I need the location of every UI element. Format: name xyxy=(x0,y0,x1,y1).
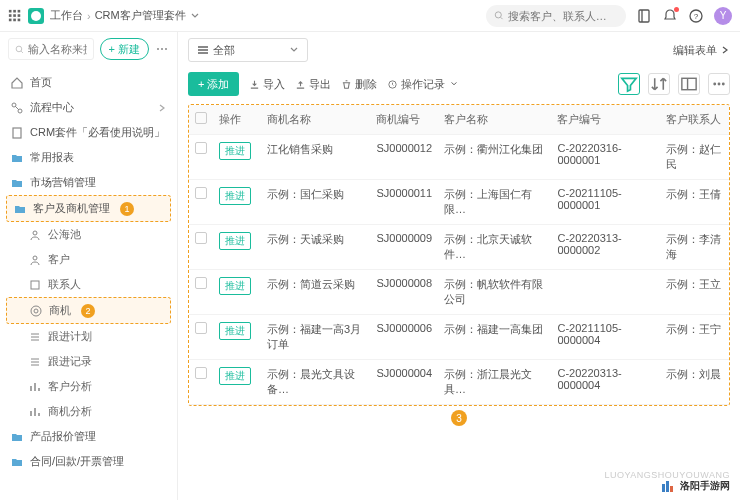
cell-cust-code xyxy=(551,270,659,315)
export-link[interactable]: 导出 xyxy=(295,77,331,92)
cell-opp-code: SJ0000006 xyxy=(370,315,438,360)
select-all-checkbox[interactable] xyxy=(195,112,207,124)
svg-rect-0 xyxy=(9,9,12,12)
cell-opp-code: SJ0000012 xyxy=(370,135,438,180)
cell-cust-name: 示例：福建一高集团 xyxy=(438,315,551,360)
filter-button[interactable] xyxy=(618,73,640,95)
row-checkbox[interactable] xyxy=(195,187,207,199)
nav-follow-plan[interactable]: 跟进计划 xyxy=(0,324,177,349)
advance-button[interactable]: 推进 xyxy=(219,277,251,295)
edit-form-link[interactable]: 编辑表单 xyxy=(673,43,730,58)
more-button[interactable] xyxy=(708,73,730,95)
advance-button[interactable]: 推进 xyxy=(219,232,251,250)
svg-point-15 xyxy=(157,48,159,50)
table-row[interactable]: 推进示例：福建一高3月订单SJ0000006示例：福建一高集团C-2021110… xyxy=(189,315,729,360)
row-checkbox[interactable] xyxy=(195,142,207,154)
svg-rect-27 xyxy=(198,49,208,51)
folder-icon xyxy=(13,202,27,216)
help-icon[interactable]: ? xyxy=(688,8,704,24)
import-link[interactable]: 导入 xyxy=(249,77,285,92)
add-button[interactable]: + 添加 xyxy=(188,72,239,96)
cell-cust-code: C-20211105-0000001 xyxy=(551,180,659,225)
table-row[interactable]: 推进示例：国仁采购SJ0000011示例：上海国仁有限…C-20211105-0… xyxy=(189,180,729,225)
global-search[interactable] xyxy=(486,5,626,27)
nav-crm-kit[interactable]: CRM套件「必看使用说明」 xyxy=(0,120,177,145)
advance-button[interactable]: 推进 xyxy=(219,322,251,340)
search-icon xyxy=(15,44,24,55)
trash-icon xyxy=(341,79,352,90)
svg-point-14 xyxy=(16,46,22,52)
svg-rect-20 xyxy=(13,128,21,138)
app-badge-icon xyxy=(28,8,44,24)
row-checkbox[interactable] xyxy=(195,322,207,334)
breadcrumb-suite[interactable]: CRM客户管理套件 xyxy=(95,8,186,23)
list-view-icon xyxy=(197,44,209,56)
svg-rect-2 xyxy=(18,9,21,12)
svg-point-22 xyxy=(33,256,37,260)
table-row[interactable]: 推进示例：天诚采购SJ0000009示例：北京天诚软件…C-20220313-0… xyxy=(189,225,729,270)
svg-text:?: ? xyxy=(694,12,699,21)
nav-flow[interactable]: 流程中心 xyxy=(0,95,177,120)
nav-opportunity[interactable]: 商机2 xyxy=(6,297,171,324)
nav-product-quote[interactable]: 产品报价管理 xyxy=(0,424,177,449)
nav-pool[interactable]: 公海池 xyxy=(0,222,177,247)
folder-icon xyxy=(10,176,24,190)
row-checkbox[interactable] xyxy=(195,232,207,244)
svg-rect-7 xyxy=(13,18,16,21)
advance-button[interactable]: 推进 xyxy=(219,367,251,385)
nav-follow-record[interactable]: 跟进记录 xyxy=(0,349,177,374)
nav-customer-analysis[interactable]: 客户分析 xyxy=(0,374,177,399)
svg-point-32 xyxy=(718,83,721,86)
advance-button[interactable]: 推进 xyxy=(219,187,251,205)
folder-icon xyxy=(10,430,24,444)
svg-rect-28 xyxy=(198,52,208,54)
sidebar-search[interactable] xyxy=(8,38,94,60)
global-search-input[interactable] xyxy=(508,10,618,22)
view-select[interactable]: 全部 xyxy=(188,38,308,62)
nav-contract[interactable]: 合同/回款/开票管理 xyxy=(0,449,177,474)
chevron-down-icon[interactable] xyxy=(190,11,200,21)
table-row[interactable]: 推进江化销售采购SJ0000012示例：衢州江化集团C-20220316-000… xyxy=(189,135,729,180)
bell-icon[interactable] xyxy=(662,8,678,24)
sort-button[interactable] xyxy=(648,73,670,95)
cell-opp-name: 示例：国仁采购 xyxy=(261,180,370,225)
nav-customer[interactable]: 客户 xyxy=(0,247,177,272)
book-icon[interactable] xyxy=(636,8,652,24)
cell-cust-code: C-20220313-0000002 xyxy=(551,225,659,270)
nav-opportunity-analysis[interactable]: 商机分析 xyxy=(0,399,177,424)
cell-cust-name: 示例：上海国仁有限… xyxy=(438,180,551,225)
chart-icon xyxy=(28,380,42,394)
row-checkbox[interactable] xyxy=(195,277,207,289)
table-row[interactable]: 推进示例：简道云采购SJ0000008示例：帆软软件有限公司示例：王立 xyxy=(189,270,729,315)
apps-icon[interactable] xyxy=(8,9,22,23)
svg-rect-30 xyxy=(682,78,696,89)
nav-marketing[interactable]: 市场营销管理 xyxy=(0,170,177,195)
row-checkbox[interactable] xyxy=(195,367,207,379)
more-icon[interactable] xyxy=(155,42,169,56)
history-icon xyxy=(387,79,398,90)
nav-home[interactable]: 首页 xyxy=(0,70,177,95)
svg-point-9 xyxy=(31,11,41,21)
cell-opp-name: 示例：简道云采购 xyxy=(261,270,370,315)
delete-link[interactable]: 删除 xyxy=(341,77,377,92)
watermark: 洛阳手游网 xyxy=(660,478,730,494)
cell-contact: 示例：赵仁民 xyxy=(660,135,729,180)
nav-reports[interactable]: 常用报表 xyxy=(0,145,177,170)
new-button[interactable]: + 新建 xyxy=(100,38,149,60)
cell-opp-code: SJ0000009 xyxy=(370,225,438,270)
cell-cust-code: C-20220316-0000001 xyxy=(551,135,659,180)
breadcrumb-workspace[interactable]: 工作台 xyxy=(50,8,83,23)
avatar[interactable]: Y xyxy=(714,7,732,25)
table-row[interactable]: 推进示例：晨光文具设备…SJ0000004示例：浙江晨光文具…C-2022031… xyxy=(189,360,729,405)
cell-opp-code: SJ0000008 xyxy=(370,270,438,315)
breadcrumb-sep: › xyxy=(87,10,91,22)
nav-customer-mgmt[interactable]: 客户及商机管理1 xyxy=(6,195,171,222)
oplog-link[interactable]: 操作记录 xyxy=(387,77,458,92)
folder-icon xyxy=(10,151,24,165)
cell-opp-name: 示例：天诚采购 xyxy=(261,225,370,270)
sidebar-search-input[interactable] xyxy=(28,43,87,55)
nav-contact[interactable]: 联系人 xyxy=(0,272,177,297)
advance-button[interactable]: 推进 xyxy=(219,142,251,160)
col-cust-code: 客户编号 xyxy=(551,105,659,135)
columns-button[interactable] xyxy=(678,73,700,95)
